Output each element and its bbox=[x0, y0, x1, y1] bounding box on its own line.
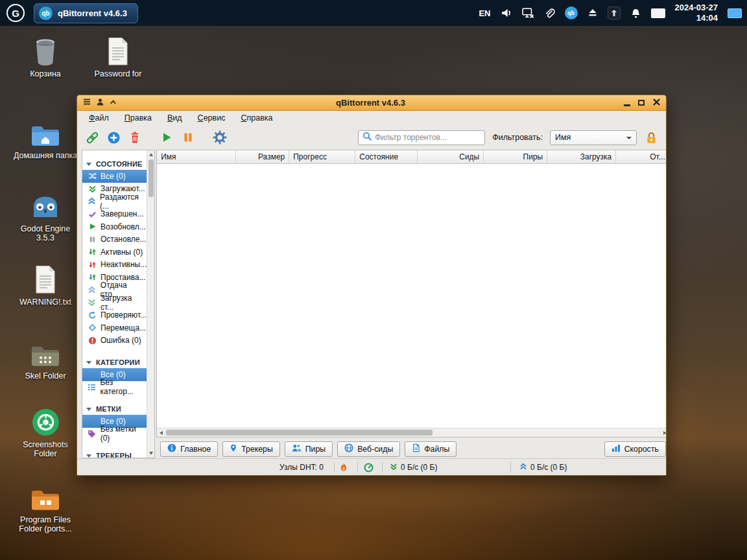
desktop-icon-password-doc[interactable]: Password for bbox=[84, 36, 152, 78]
tab-trackers[interactable]: Трекеры bbox=[222, 441, 280, 457]
map-pin-icon bbox=[230, 443, 237, 454]
resume-button[interactable] bbox=[160, 130, 174, 145]
category-filter-uncategorized[interactable]: Без категор... bbox=[82, 381, 147, 394]
column-upload-speed[interactable]: От... bbox=[616, 150, 666, 163]
status-filter-inactive[interactable]: Неактивны... bbox=[82, 259, 147, 272]
desktop-icon-home[interactable]: Домашняя папка bbox=[12, 118, 79, 160]
show-desktop-icon[interactable] bbox=[728, 8, 742, 18]
display-cast-icon[interactable] bbox=[522, 7, 534, 19]
tag-filter-untagged[interactable]: Без метки (0) bbox=[82, 428, 147, 441]
status-filter-errored[interactable]: Ошибка (0) bbox=[82, 334, 147, 347]
status-filter-seeding[interactable]: Раздаются (... bbox=[82, 195, 147, 208]
close-button[interactable] bbox=[652, 97, 661, 109]
menu-view[interactable]: Вид bbox=[164, 113, 185, 123]
sidebar-section-trackers[interactable]: ТРЕКЕРЫ bbox=[82, 450, 147, 458]
options-gear-icon[interactable] bbox=[213, 130, 227, 145]
scrollbar-thumb[interactable] bbox=[148, 159, 154, 197]
column-name[interactable]: Имя bbox=[157, 150, 236, 163]
separator bbox=[510, 462, 511, 472]
sidebar-section-tags[interactable]: МЕТКИ bbox=[82, 403, 147, 415]
maximize-button[interactable] bbox=[638, 100, 645, 106]
alt-speed-flame-icon[interactable] bbox=[339, 459, 348, 476]
status-filter-active[interactable]: Активны (0) bbox=[82, 246, 147, 259]
notification-panel-icon[interactable] bbox=[651, 8, 665, 18]
desktop-icon-skel[interactable]: Skel Folder bbox=[12, 338, 79, 380]
status-filter-checking[interactable]: Проверяют... bbox=[82, 309, 147, 322]
shade-up-icon[interactable] bbox=[109, 97, 117, 109]
add-torrent-file-button[interactable] bbox=[106, 130, 121, 145]
eject-icon[interactable] bbox=[587, 8, 598, 18]
sidebar-section-categories[interactable]: КАТЕГОРИИ bbox=[82, 356, 147, 368]
column-status[interactable]: Состояние bbox=[355, 150, 418, 163]
desktop-icon-godot[interactable]: Godot Engine 3.5.3 bbox=[12, 191, 79, 242]
filter-lock-icon[interactable] bbox=[644, 130, 658, 145]
status-filter-stopped[interactable]: Остановле... bbox=[82, 233, 147, 246]
taskbar-task-label: qBittorrent v4.6.3 bbox=[58, 8, 127, 18]
sidebar-scrollbar[interactable] bbox=[147, 150, 154, 458]
scrollbar-thumb[interactable] bbox=[166, 430, 433, 436]
add-torrent-link-button[interactable] bbox=[85, 130, 99, 145]
desktop-icon-screenshots[interactable]: Screenshots Folder bbox=[12, 407, 79, 458]
updater-tray-icon[interactable] bbox=[608, 6, 621, 19]
torrent-list-empty[interactable] bbox=[157, 164, 666, 428]
godot-icon bbox=[30, 191, 60, 221]
file-icon bbox=[412, 443, 420, 454]
menu-help[interactable]: Справка bbox=[237, 113, 276, 123]
column-progress[interactable]: Прогресс bbox=[289, 150, 355, 163]
desktop-icon-label: WARNING!.txt bbox=[19, 298, 71, 307]
start-menu-logo-icon[interactable]: G bbox=[6, 4, 25, 22]
taskbar: G qb qBittorrent v4.6.3 EN qb bbox=[0, 0, 747, 26]
volume-icon[interactable] bbox=[501, 7, 512, 19]
section-label: СОСТОЯНИЕ bbox=[96, 160, 143, 168]
skel-folder-icon bbox=[30, 338, 60, 368]
status-filter-stalled-downloading[interactable]: Загрузка ст... bbox=[82, 296, 147, 309]
collapse-caret-icon bbox=[86, 361, 91, 364]
status-filter-moving[interactable]: Перемеща... bbox=[82, 321, 147, 334]
tab-webseeds[interactable]: Веб-сиды bbox=[337, 441, 400, 457]
sidebar-section-status[interactable]: СОСТОЯНИЕ bbox=[82, 158, 147, 170]
language-indicator[interactable]: EN bbox=[479, 8, 490, 18]
filter-by-label: Фильтровать: bbox=[492, 133, 543, 142]
tab-files[interactable]: Файлы bbox=[405, 441, 456, 457]
menu-file[interactable]: Файл bbox=[86, 113, 112, 123]
column-peers[interactable]: Пиры bbox=[484, 150, 547, 163]
menu-tools[interactable]: Сервис bbox=[195, 113, 229, 123]
torrent-panel: Имя Размер Прогресс Состояние Сиды Пиры … bbox=[156, 150, 666, 458]
transfer-arrows-icon bbox=[88, 172, 97, 180]
notification-bell-icon[interactable] bbox=[630, 8, 641, 19]
window-titlebar[interactable]: qBittorrent v4.6.3 bbox=[77, 95, 666, 111]
desktop-icon-program-files[interactable]: Program Files Folder (ports... bbox=[12, 482, 79, 533]
column-download-speed[interactable]: Загрузка bbox=[547, 150, 616, 163]
status-filter-resumed[interactable]: Возобновл... bbox=[82, 220, 147, 233]
tab-general[interactable]: Главное bbox=[160, 441, 218, 457]
connection-status-icon[interactable] bbox=[364, 459, 374, 476]
minimize-button[interactable] bbox=[624, 104, 630, 106]
menu-edit[interactable]: Правка bbox=[121, 113, 155, 123]
window-menu-icon[interactable] bbox=[82, 97, 91, 109]
scroll-down-icon[interactable] bbox=[149, 452, 153, 455]
qbittorrent-tray-icon[interactable]: qb bbox=[565, 6, 578, 19]
pause-button[interactable] bbox=[181, 130, 195, 145]
status-filter-label: Перемеща... bbox=[101, 323, 146, 332]
delete-torrent-button[interactable] bbox=[128, 130, 142, 145]
column-seeds[interactable]: Сиды bbox=[418, 150, 484, 163]
taskbar-task-qbittorrent[interactable]: qb qBittorrent v4.6.3 bbox=[34, 3, 138, 23]
tab-peers[interactable]: Пиры bbox=[285, 441, 333, 457]
status-filter-completed[interactable]: Завершен... bbox=[82, 208, 147, 221]
scroll-up-icon[interactable] bbox=[149, 153, 153, 156]
scroll-left-icon[interactable] bbox=[160, 431, 163, 435]
torrent-filter-input[interactable] bbox=[375, 133, 480, 142]
column-size[interactable]: Размер bbox=[236, 150, 289, 163]
status-filter-all[interactable]: Все (0) bbox=[82, 170, 147, 183]
user-icon[interactable] bbox=[96, 97, 104, 109]
desktop-icon-trash[interactable]: Корзина bbox=[12, 36, 79, 78]
download-chevrons-icon bbox=[88, 185, 97, 193]
dht-nodes-label: Узлы DHT: 0 bbox=[279, 463, 324, 472]
scroll-right-icon[interactable] bbox=[663, 431, 666, 435]
filter-by-select[interactable]: Имя bbox=[550, 130, 637, 145]
tab-speed[interactable]: Скорость bbox=[604, 441, 666, 457]
desktop-icon-warning[interactable]: WARNING!.txt bbox=[12, 264, 79, 307]
paperclip-icon[interactable] bbox=[544, 8, 555, 19]
table-horizontal-scrollbar[interactable] bbox=[157, 428, 666, 437]
globe-icon bbox=[344, 443, 353, 454]
